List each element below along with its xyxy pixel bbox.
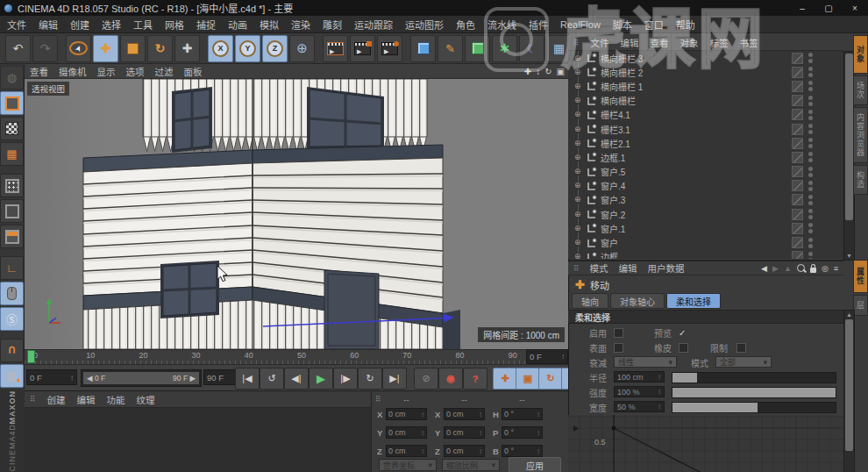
visibility-dots-icon[interactable] — [808, 53, 813, 63]
stepper-icon[interactable]: ↕ — [537, 447, 540, 455]
layer-toggle-icon[interactable] — [792, 95, 803, 106]
add-primitive-button[interactable] — [410, 35, 436, 62]
scroll-down-icon[interactable]: ▼ — [844, 253, 854, 259]
visibility-dots-icon[interactable] — [808, 238, 813, 248]
object-name[interactable]: 横向栅栏 — [601, 94, 636, 107]
model-mode-button[interactable] — [0, 91, 24, 115]
object-manager-menu-item[interactable]: 查看 — [651, 36, 669, 49]
object-manager-menu-item[interactable]: 编辑 — [621, 36, 639, 49]
layer-toggle-icon[interactable] — [792, 138, 803, 149]
stepper-icon[interactable]: ↕ — [537, 411, 540, 418]
layer-toggle-icon[interactable] — [792, 237, 803, 248]
stepper-icon[interactable]: ↕ — [421, 447, 424, 455]
menu-item[interactable]: 文件 — [7, 18, 26, 32]
visibility-dots-icon[interactable] — [808, 167, 813, 177]
layer-toggle-icon[interactable] — [792, 81, 803, 92]
object-manager-menu-item[interactable]: 书签 — [740, 36, 758, 49]
object-name[interactable]: 边框.1 — [601, 151, 625, 164]
next-frame-button[interactable]: |▶ — [333, 368, 358, 390]
filter-icon[interactable]: ◎ — [822, 264, 829, 273]
object-name[interactable]: 窗户.5 — [601, 165, 625, 178]
menu-item[interactable]: 插件 — [529, 18, 548, 32]
visibility-dots-icon[interactable] — [808, 223, 813, 233]
stepper-icon[interactable]: ↕ — [658, 403, 661, 411]
enable-checkbox[interactable] — [614, 328, 623, 338]
object-row[interactable]: ⊕ 窗户.2 — [568, 207, 843, 221]
object-name[interactable]: 横向栅栏 1 — [601, 80, 643, 93]
add-environment-button[interactable]: ☾ — [519, 35, 544, 62]
expand-icon[interactable]: ⊕ — [574, 196, 582, 204]
layer-toggle-icon[interactable] — [792, 194, 803, 205]
tab-takes[interactable]: 场次 — [853, 75, 868, 105]
render-picture-viewer-button[interactable]: ▶ — [350, 35, 375, 62]
object-name[interactable]: 横向栅栏 3 — [601, 52, 643, 65]
tab-object-axis[interactable]: 对象轴心 — [610, 293, 665, 309]
width-field[interactable]: 50 %↕ — [614, 401, 665, 412]
attribute-menu-item[interactable]: 编辑 — [619, 261, 637, 275]
object-manager-menu-item[interactable]: 文件 — [591, 36, 609, 49]
viewport-solo-button[interactable] — [0, 282, 24, 305]
magnet-snap-button[interactable]: ∪ — [0, 339, 24, 362]
strength-field[interactable]: 100 %↕ — [614, 386, 665, 397]
radius-field[interactable]: 100 cm↕ — [614, 371, 665, 383]
lock-x-axis-button[interactable]: X — [208, 35, 233, 62]
edges-mode-button[interactable] — [0, 199, 24, 223]
history-back-icon[interactable]: ◀ — [761, 264, 767, 273]
object-name[interactable]: 窗户 — [601, 236, 618, 249]
object-name[interactable]: 窗户.4 — [601, 179, 625, 192]
menu-item[interactable]: 编辑 — [39, 18, 58, 32]
strength-slider[interactable] — [672, 387, 836, 398]
material-menu-item[interactable]: 编辑 — [77, 393, 96, 406]
expand-icon[interactable]: ⊕ — [574, 82, 582, 90]
enable-snap-button[interactable]: Ⓢ — [0, 307, 24, 331]
key-scale-button[interactable]: ▣ — [516, 368, 540, 390]
render-view-button[interactable]: ▶ — [323, 35, 348, 62]
layer-toggle-icon[interactable] — [792, 166, 803, 177]
stepper-icon[interactable]: ↕ — [537, 429, 540, 437]
visibility-dots-icon[interactable] — [808, 252, 813, 259]
coordinate-space-select[interactable]: 世界坐标▾ — [379, 459, 437, 471]
falloff-curve-editor[interactable]: 0.5 — [568, 415, 843, 472]
panel-grip-icon[interactable]: ⠿ — [375, 395, 381, 404]
visibility-dots-icon[interactable] — [808, 110, 813, 120]
tab-attributes[interactable]: 属性 — [853, 260, 868, 293]
object-manager-menu-item[interactable]: 对象 — [680, 36, 699, 49]
undo-button[interactable]: ↶ — [5, 35, 31, 62]
move-tool-button[interactable]: ✚ — [93, 35, 118, 62]
history-forward-icon[interactable]: ▶ — [772, 264, 779, 273]
tab-soft-selection[interactable]: 柔和选择 — [666, 293, 721, 309]
visibility-dots-icon[interactable] — [808, 209, 813, 219]
object-name[interactable]: 栅栏3.1 — [601, 123, 630, 136]
coord-field[interactable]: 0 cm↕ — [444, 426, 485, 439]
autokey-button[interactable]: ? — [463, 368, 487, 390]
lock-icon[interactable] — [810, 268, 816, 273]
coord-field[interactable]: 0 cm↕ — [386, 445, 427, 457]
stepper-icon[interactable]: ↕ — [479, 411, 482, 418]
viewport-menu-item[interactable]: 面板 — [184, 65, 203, 78]
visibility-dots-icon[interactable] — [808, 138, 813, 148]
goto-start-button[interactable]: |◀ — [235, 368, 260, 390]
expand-icon[interactable]: ⊕ — [574, 225, 582, 232]
panel-grip-icon[interactable]: ⠿ — [30, 395, 36, 404]
menu-item[interactable]: 流水线 — [487, 18, 516, 32]
radius-slider[interactable] — [672, 372, 836, 383]
view-name-label[interactable]: 透视视图 — [27, 82, 69, 96]
add-spline-button[interactable]: ✎ — [438, 35, 463, 62]
object-row[interactable]: ⊕ 边框 — [568, 250, 843, 259]
dolly-view-icon[interactable]: ↕ — [536, 67, 540, 76]
current-frame-spinner[interactable]: 0 F↕ — [526, 349, 568, 364]
material-menu-item[interactable]: 功能 — [107, 393, 125, 406]
object-row[interactable]: ⊕ 窗户.4 — [568, 179, 843, 193]
visibility-dots-icon[interactable] — [808, 124, 813, 134]
eraser-checkbox[interactable] — [679, 343, 688, 353]
expand-icon[interactable]: ⊕ — [574, 97, 582, 104]
expand-icon[interactable]: ⊕ — [574, 154, 582, 161]
coord-field[interactable]: 0 cm↕ — [444, 408, 485, 420]
menu-item[interactable]: 帮助 — [676, 18, 695, 32]
rotate-tool-button[interactable]: ↻ — [147, 35, 173, 62]
timeline-ruler[interactable]: 0102030405060708090 — [25, 349, 526, 364]
visibility-dots-icon[interactable] — [808, 152, 813, 162]
object-row[interactable]: ⊕ 栅栏4.1 — [568, 108, 843, 122]
object-name[interactable]: 窗户.2 — [601, 208, 625, 221]
stepper-icon[interactable]: ↕ — [658, 373, 661, 381]
